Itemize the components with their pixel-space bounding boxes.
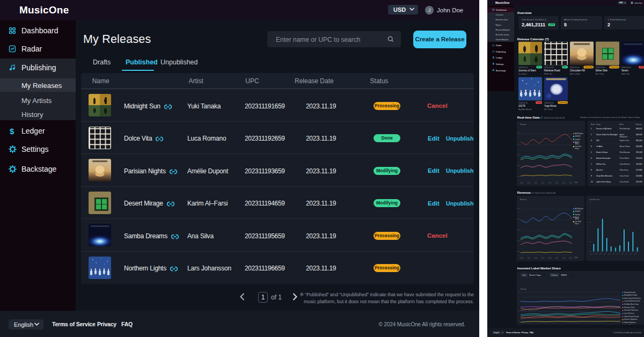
svg-text:500,000: 500,000 (517, 175, 521, 177)
svg-text:Date: Date (575, 181, 578, 184)
svg-text:Serenade Productions: Serenade Productions (624, 309, 639, 311)
svg-text:platform: platform (590, 252, 594, 255)
svg-text:50%: 50% (589, 201, 592, 203)
svg-text:Harmonic Fusion: Harmonic Fusion (624, 306, 635, 309)
svg-text:platform: platform (608, 252, 611, 255)
svg-text:05.08: 05.08 (569, 258, 573, 259)
svg-text:Crescendo Entertainment: Crescendo Entertainment (624, 300, 640, 302)
svg-text:1.0: 1.0 (518, 301, 521, 302)
svg-text:platform: platform (616, 252, 620, 255)
svg-text:platform: platform (620, 252, 624, 255)
svg-text:Revenue: Revenue (520, 199, 526, 201)
svg-text:Music: Music (575, 218, 580, 220)
svg-text:05.08: 05.08 (569, 182, 573, 184)
svg-text:05.04: 05.04 (541, 258, 545, 259)
svg-text:1,000,000: 1,000,000 (517, 165, 521, 166)
svg-text:Harmony Records: Harmony Records (624, 291, 636, 294)
svg-text:0.8: 0.8 (518, 311, 521, 312)
svg-text:05.05: 05.05 (548, 182, 552, 184)
svg-text:Music: Music (575, 223, 580, 225)
svg-text:All Platform: All Platform (575, 208, 584, 210)
svg-text:platform: platform (594, 252, 598, 255)
svg-text:KKBOX: KKBOX (575, 135, 581, 137)
svg-text:platform: platform (634, 252, 638, 255)
svg-text:05.01: 05.01 (520, 182, 524, 184)
svg-text:05.02: 05.02 (527, 258, 531, 259)
svg-text:Total Revenue: Total Revenue (589, 199, 600, 201)
svg-text:Sakura Sound Productions: Sakura Sound Productions (624, 297, 641, 299)
svg-text:MelodyWave Studios: MelodyWave Studios (624, 294, 638, 296)
svg-text:40,000: 40,000 (517, 218, 521, 220)
svg-text:05.07: 05.07 (562, 182, 566, 184)
svg-text:10%: 10% (589, 241, 592, 243)
svg-text:30,000: 30,000 (517, 229, 521, 231)
svg-text:Lyrical Ventures: Lyrical Ventures (624, 312, 634, 314)
svg-text:1,500,000: 1,500,000 (517, 154, 521, 156)
svg-text:05.01: 05.01 (520, 258, 524, 259)
svg-text:20,000: 20,000 (517, 240, 521, 241)
svg-text:05.03: 05.03 (534, 258, 538, 259)
svg-text:0.6: 0.6 (518, 320, 521, 321)
svg-text:platform: platform (612, 252, 616, 255)
svg-text:Infinite Melodies: Infinite Melodies (624, 324, 635, 325)
svg-text:Radiant Rhythmics: Radiant Rhythmics (624, 321, 636, 324)
svg-text:10,000: 10,000 (517, 251, 521, 252)
svg-text:Streams: Streams (520, 123, 526, 126)
svg-text:05.07: 05.07 (562, 258, 566, 259)
svg-text:platform: platform (599, 252, 603, 255)
svg-text:Music: Music (575, 143, 580, 145)
svg-text:3,000,000: 3,000,000 (517, 133, 521, 134)
svg-text:All Platform: All Platform (575, 133, 584, 135)
svg-text:platform: platform (603, 252, 607, 255)
svg-text:05.03: 05.03 (534, 182, 538, 184)
svg-text:Revenue: Revenue (521, 288, 526, 290)
svg-text:1.2: 1.2 (518, 291, 521, 292)
svg-text:Music: Music (575, 148, 580, 150)
svg-text:05.02: 05.02 (527, 182, 531, 184)
svg-text:0%: 0% (589, 251, 591, 252)
svg-text:05.04: 05.04 (541, 182, 545, 184)
svg-text:05.05: 05.05 (548, 258, 552, 259)
svg-text:Sonorous Symphony: Sonorous Symphony (624, 318, 638, 320)
svg-text:EchoBeat Music Group: EchoBeat Music Group (624, 303, 639, 305)
svg-text:30%: 30% (589, 222, 592, 223)
svg-text:2,000,000: 2,000,000 (517, 143, 521, 145)
svg-text:KKBOX: KKBOX (575, 210, 581, 213)
svg-text:Spotify: Spotify (575, 138, 581, 141)
svg-text:platform: platform (629, 252, 633, 255)
svg-text:05.06: 05.06 (555, 258, 559, 259)
svg-text:Spotify: Spotify (575, 214, 581, 216)
svg-text:50,000: 50,000 (517, 208, 521, 209)
svg-text:05.06: 05.06 (555, 182, 559, 184)
svg-text:Global Groove Records: Global Groove Records (624, 316, 639, 318)
svg-text:platform: platform (625, 252, 628, 255)
svg-text:Date: Date (575, 257, 578, 259)
